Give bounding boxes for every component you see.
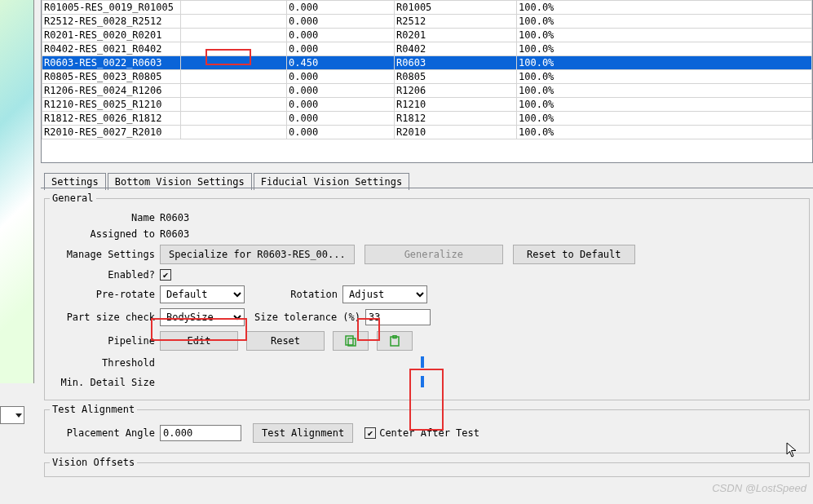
table-cell: 100.0% xyxy=(517,29,812,42)
placement-angle-label: Placement Angle xyxy=(50,427,160,439)
table-row[interactable]: R2010-RES_0027_R20100.000R2010100.0% xyxy=(42,126,812,139)
table-row[interactable]: R1210-RES_0025_R12100.000R1210100.0% xyxy=(42,98,812,112)
pipeline-label: Pipeline xyxy=(50,335,160,347)
pipeline-reset-button[interactable]: Reset xyxy=(246,331,325,351)
table-cell: 100.0% xyxy=(517,1,812,15)
tab-panel: General Name R0603 Assigned to R0603 Man… xyxy=(42,189,811,504)
table-cell xyxy=(181,1,287,15)
table-row[interactable]: R0603-RES_0022_R06030.450R0603100.0% xyxy=(42,56,812,70)
pre-rotate-select[interactable]: Default xyxy=(160,285,245,303)
placement-angle-input[interactable] xyxy=(160,425,241,441)
general-group: General Name R0603 Assigned to R0603 Man… xyxy=(44,192,810,400)
table-row[interactable]: R0201-RES_0020_R02010.000R0201100.0% xyxy=(42,29,812,42)
table-row[interactable]: R1812-RES_0026_R18120.000R1812100.0% xyxy=(42,112,812,126)
size-tolerance-label: Size tolerance (%) xyxy=(245,312,365,323)
table-cell: 100.0% xyxy=(517,112,812,126)
main-area: R01005-RES_0019_R010050.000R01005100.0%R… xyxy=(34,0,813,504)
left-mini-dropdown[interactable] xyxy=(0,406,24,424)
manage-settings-label: Manage Settings xyxy=(50,249,160,260)
table-cell: 100.0% xyxy=(517,56,812,70)
tab-separator xyxy=(41,188,813,188)
table-cell: 0.000 xyxy=(287,15,395,29)
pipeline-edit-button[interactable]: Edit xyxy=(160,331,238,351)
table-cell: R2010 xyxy=(395,126,517,139)
table-cell: 100.0% xyxy=(517,42,812,56)
size-tolerance-input[interactable] xyxy=(365,309,431,325)
paste-icon xyxy=(389,335,400,347)
table-cell: 100.0% xyxy=(517,70,812,84)
assigned-to-value: R0603 xyxy=(160,228,189,240)
threshold-label: Threshold xyxy=(50,357,160,369)
table-cell xyxy=(181,84,287,98)
table-cell: R0402 xyxy=(395,42,517,56)
min-detail-size-label: Min. Detail Size xyxy=(50,377,160,388)
table-row[interactable]: R2512-RES_0028_R25120.000R2512100.0% xyxy=(42,15,812,29)
table-cell: R0805-RES_0023_R0805 xyxy=(42,70,181,84)
table-cell: R01005-RES_0019_R01005 xyxy=(42,1,181,15)
table-cell: R2010-RES_0027_R2010 xyxy=(42,126,181,139)
specialize-button[interactable]: Specialize for R0603-RES_00... xyxy=(160,245,355,264)
table-cell: R0201 xyxy=(395,29,517,42)
test-alignment-button[interactable]: Test Alignment xyxy=(253,423,353,443)
min-detail-size-slider[interactable] xyxy=(160,375,421,390)
parts-table[interactable]: R01005-RES_0019_R010050.000R01005100.0%R… xyxy=(42,0,812,139)
table-cell: 0.000 xyxy=(287,29,395,42)
table-cell: 100.0% xyxy=(517,84,812,98)
table-cell: R2512-RES_0028_R2512 xyxy=(42,15,181,29)
table-cell: R0402-RES_0021_R0402 xyxy=(42,42,181,56)
table-cell: 0.000 xyxy=(287,42,395,56)
parts-table-wrap: R01005-RES_0019_R010050.000R01005100.0%R… xyxy=(41,0,813,163)
table-cell: R0805 xyxy=(395,70,517,84)
name-value: R0603 xyxy=(160,212,189,223)
test-alignment-legend: Test Alignment xyxy=(50,404,137,415)
general-legend: General xyxy=(50,192,96,204)
pipeline-copy-button[interactable] xyxy=(333,331,369,351)
svg-rect-0 xyxy=(346,336,353,345)
table-cell: 0.450 xyxy=(287,56,395,70)
table-row[interactable]: R0805-RES_0023_R08050.000R0805100.0% xyxy=(42,70,812,84)
table-row[interactable]: R1206-RES_0024_R12060.000R1206100.0% xyxy=(42,84,812,98)
table-cell: 0.000 xyxy=(287,112,395,126)
table-cell: 100.0% xyxy=(517,15,812,29)
copy-icon xyxy=(345,335,356,347)
table-row[interactable]: R0402-RES_0021_R04020.000R0402100.0% xyxy=(42,42,812,56)
table-cell xyxy=(181,15,287,29)
table-cell: R1812-RES_0026_R1812 xyxy=(42,112,181,126)
center-after-test-checkbox[interactable]: ✔ xyxy=(365,427,376,439)
reset-to-default-button[interactable]: Reset to Default xyxy=(513,245,635,264)
table-cell xyxy=(181,112,287,126)
test-alignment-group: Test Alignment Placement Angle Test Alig… xyxy=(44,404,810,453)
vision-offsets-group: Vision Offsets xyxy=(44,457,810,477)
rotation-select[interactable]: Adjust xyxy=(342,285,427,303)
rotation-label: Rotation xyxy=(245,289,342,300)
watermark: CSDN @LostSpeed xyxy=(712,482,806,494)
vision-offsets-legend: Vision Offsets xyxy=(50,457,137,468)
generalize-button[interactable]: Generalize xyxy=(365,245,503,264)
table-cell xyxy=(181,98,287,112)
table-cell: R0603 xyxy=(395,56,517,70)
pipeline-paste-button[interactable] xyxy=(377,331,413,351)
part-size-check-select[interactable]: BodySize xyxy=(160,308,245,326)
table-row[interactable]: R01005-RES_0019_R010050.000R01005100.0% xyxy=(42,1,812,15)
assigned-to-label: Assigned to xyxy=(50,228,160,240)
threshold-slider[interactable] xyxy=(160,356,421,370)
table-cell xyxy=(181,56,287,70)
table-cell: R01005 xyxy=(395,1,517,15)
table-cell: R1210 xyxy=(395,98,517,112)
table-cell: R0201-RES_0020_R0201 xyxy=(42,29,181,42)
preview-strip xyxy=(0,0,34,383)
table-cell: R1206 xyxy=(395,84,517,98)
part-size-check-label: Part size check xyxy=(50,312,160,323)
table-cell: 100.0% xyxy=(517,126,812,139)
enabled-checkbox[interactable]: ✔ xyxy=(160,269,171,281)
enabled-label: Enabled? xyxy=(50,269,160,281)
table-cell xyxy=(181,126,287,139)
pre-rotate-label: Pre-rotate xyxy=(50,289,160,300)
table-cell xyxy=(181,70,287,84)
name-label: Name xyxy=(50,212,160,223)
table-cell: 0.000 xyxy=(287,1,395,15)
table-cell: R1812 xyxy=(395,112,517,126)
table-cell: R1210-RES_0025_R1210 xyxy=(42,98,181,112)
center-after-test-label: Center After Test xyxy=(379,427,479,439)
table-cell: 0.000 xyxy=(287,84,395,98)
